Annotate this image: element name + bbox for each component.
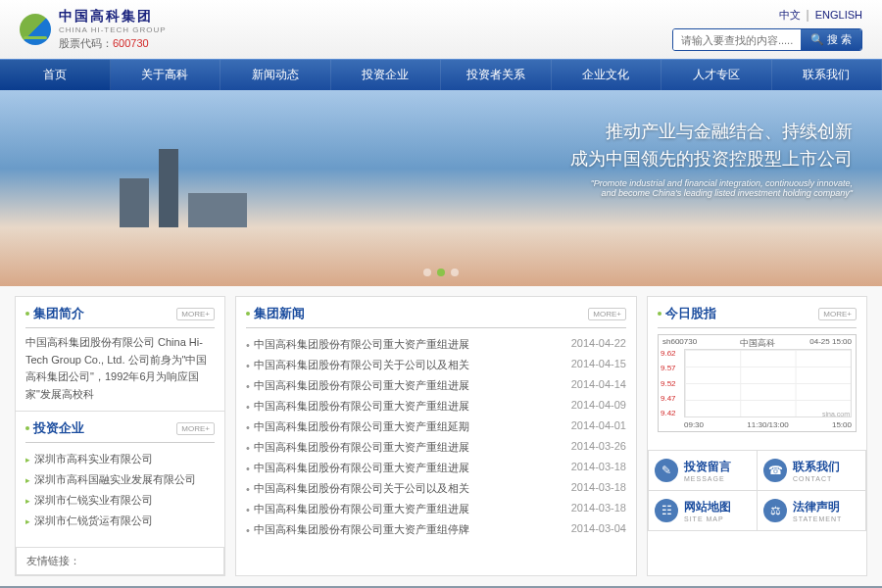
language-links: 中文|ENGLISH bbox=[779, 8, 862, 23]
intro-text: 中国高科集团股份有限公司 China Hi-Tech Group Co., Lt… bbox=[25, 334, 215, 403]
intro-section: 集团简介 MORE+ 中国高科集团股份有限公司 China Hi-Tech Gr… bbox=[16, 297, 224, 411]
news-item-date: 2014-03-18 bbox=[571, 502, 626, 516]
chart-x-axis: 09:3011:30/13:0015:00 bbox=[684, 420, 852, 429]
chart-source: sina.com bbox=[822, 411, 850, 417]
news-item[interactable]: 中国高科集团股份有限公司重大资产重组进展2014-04-09 bbox=[246, 396, 626, 416]
logo-text-cn: 中国高科集团 bbox=[59, 8, 167, 25]
news-item-date: 2014-03-04 bbox=[571, 522, 626, 537]
quick-links: ✎投资留言MESSAGE☎联系我们CONTACT☷网站地图SITE MAP⚖法律… bbox=[648, 450, 866, 531]
stock-code: 股票代码：600730 bbox=[59, 36, 167, 51]
stock-section: 今日股指 MORE+ sh600730 中国高科 04-25 15:00 9.6… bbox=[648, 297, 866, 440]
news-item-date: 2014-03-18 bbox=[571, 481, 626, 496]
news-more-button[interactable]: MORE+ bbox=[588, 308, 626, 320]
news-item-title: 中国高科集团股份有限公司重大资产重组进展 bbox=[246, 502, 469, 516]
news-item[interactable]: 中国高科集团股份有限公司重大资产重组进展2014-03-26 bbox=[246, 437, 626, 458]
invest-item[interactable]: 深圳市仁锐实业有限公司 bbox=[25, 490, 215, 511]
banner-skyline-graphic bbox=[159, 149, 178, 227]
news-item-date: 2014-04-15 bbox=[571, 358, 626, 372]
quick-link-icon: ⚖ bbox=[763, 499, 787, 522]
logo-text-en: CHINA HI-TECH GROUP bbox=[59, 25, 167, 34]
top-bar: 中国高科集团 CHINA HI-TECH GROUP 股票代码：600730 中… bbox=[0, 0, 882, 59]
nav-talent[interactable]: 人才专区 bbox=[662, 60, 772, 90]
carousel-dot[interactable] bbox=[437, 269, 445, 276]
news-item-title: 中国高科集团股份有限公司重大资产重组进展 bbox=[246, 399, 469, 414]
nav-culture[interactable]: 企业文化 bbox=[552, 60, 662, 90]
nav-invest[interactable]: 投资企业 bbox=[331, 60, 442, 90]
banner-text: 推动产业与金融结合、持续创新 成为中国领先的投资控股型上市公司 "Promote… bbox=[570, 120, 853, 198]
intro-more-button[interactable]: MORE+ bbox=[176, 308, 215, 320]
hero-banner: 推动产业与金融结合、持续创新 成为中国领先的投资控股型上市公司 "Promote… bbox=[0, 90, 882, 286]
search-button[interactable]: 🔍搜 索 bbox=[801, 29, 861, 50]
quick-link-icon: ☷ bbox=[655, 499, 678, 522]
quick-link[interactable]: ⚖法律声明STATEMENT bbox=[758, 491, 865, 530]
news-item[interactable]: 中国高科集团股份有限公司重大资产重组停牌2014-03-04 bbox=[246, 519, 626, 540]
news-item-date: 2014-04-22 bbox=[571, 337, 626, 352]
news-title: 集团新闻 bbox=[246, 305, 305, 322]
invest-item[interactable]: 深圳市高科国融实业发展有限公司 bbox=[25, 469, 215, 490]
news-item-date: 2014-03-26 bbox=[571, 440, 626, 455]
news-item-date: 2014-04-14 bbox=[571, 378, 626, 393]
logo-icon bbox=[20, 14, 51, 45]
chart-code: sh600730 bbox=[662, 337, 697, 346]
quick-link[interactable]: ✎投资留言MESSAGE bbox=[649, 451, 757, 490]
invest-title: 投资企业 bbox=[25, 419, 84, 437]
news-item[interactable]: 中国高科集团股份有限公司重大资产重组进展2014-03-18 bbox=[246, 458, 626, 478]
stock-title: 今日股指 bbox=[658, 305, 716, 322]
nav-news[interactable]: 新闻动态 bbox=[220, 60, 331, 90]
news-item[interactable]: 中国高科集团股份有限公司关于公司以及相关2014-04-15 bbox=[246, 355, 626, 375]
carousel-dot[interactable] bbox=[451, 269, 459, 276]
news-item[interactable]: 中国高科集团股份有限公司重大资产重组进展2014-04-14 bbox=[246, 375, 626, 396]
news-item-title: 中国高科集团股份有限公司关于公司以及相关 bbox=[246, 481, 469, 496]
search-input[interactable] bbox=[673, 29, 801, 50]
carousel-dot[interactable] bbox=[423, 269, 431, 276]
lang-en-link[interactable]: ENGLISH bbox=[815, 9, 862, 21]
news-item-title: 中国高科集团股份有限公司重大资产重组进展 bbox=[246, 378, 469, 393]
invest-more-button[interactable]: MORE+ bbox=[176, 422, 215, 435]
carousel-dots bbox=[423, 269, 459, 276]
news-item-title: 中国高科集团股份有限公司重大资产重组进展 bbox=[246, 337, 469, 352]
news-item[interactable]: 中国高科集团股份有限公司关于公司以及相关2014-03-18 bbox=[246, 478, 626, 499]
nav-about[interactable]: 关于高科 bbox=[111, 60, 221, 90]
nav-investor-relations[interactable]: 投资者关系 bbox=[441, 60, 552, 90]
news-item-title: 中国高科集团股份有限公司重大资产重组进展 bbox=[246, 461, 469, 475]
news-item-date: 2014-04-01 bbox=[571, 419, 626, 434]
news-item-date: 2014-04-09 bbox=[571, 399, 626, 414]
news-item-title: 中国高科集团股份有限公司重大资产重组进展 bbox=[246, 440, 469, 455]
invest-item[interactable]: 深圳市仁锐货运有限公司 bbox=[25, 511, 215, 531]
chart-time: 04-25 15:00 bbox=[809, 337, 852, 346]
chart-grid bbox=[684, 349, 852, 417]
news-item[interactable]: 中国高科集团股份有限公司重大资产重组进展2014-03-18 bbox=[246, 499, 626, 519]
stock-chart: sh600730 中国高科 04-25 15:00 9.629.579.529.… bbox=[658, 334, 857, 432]
search-box: 🔍搜 索 bbox=[672, 28, 862, 51]
news-item-title: 中国高科集团股份有限公司重大资产重组延期 bbox=[246, 419, 469, 434]
news-item[interactable]: 中国高科集团股份有限公司重大资产重组进展2014-04-22 bbox=[246, 334, 626, 355]
news-section: 集团新闻 MORE+ 中国高科集团股份有限公司重大资产重组进展2014-04-2… bbox=[236, 297, 636, 548]
logo-area: 中国高科集团 CHINA HI-TECH GROUP 股票代码：600730 bbox=[20, 8, 167, 51]
invest-item[interactable]: 深圳市高科实业有限公司 bbox=[25, 449, 215, 469]
news-item-date: 2014-03-18 bbox=[571, 461, 626, 475]
search-icon: 🔍 bbox=[810, 33, 824, 46]
main-nav: 首页 关于高科 新闻动态 投资企业 投资者关系 企业文化 人才专区 联系我们 bbox=[0, 59, 882, 90]
quick-link-icon: ✎ bbox=[655, 459, 678, 482]
stock-more-button[interactable]: MORE+ bbox=[818, 308, 857, 320]
nav-contact[interactable]: 联系我们 bbox=[772, 60, 883, 90]
quick-link-icon: ☎ bbox=[763, 459, 787, 482]
news-item[interactable]: 中国高科集团股份有限公司重大资产重组延期2014-04-01 bbox=[246, 416, 626, 437]
news-item-title: 中国高科集团股份有限公司重大资产重组停牌 bbox=[246, 522, 469, 537]
news-item-title: 中国高科集团股份有限公司关于公司以及相关 bbox=[246, 358, 469, 372]
invest-section: 投资企业 MORE+ 深圳市高科实业有限公司 深圳市高科国融实业发展有限公司 深… bbox=[16, 411, 224, 539]
quick-link[interactable]: ☎联系我们CONTACT bbox=[758, 451, 865, 490]
quick-link[interactable]: ☷网站地图SITE MAP bbox=[649, 491, 757, 530]
lang-cn-link[interactable]: 中文 bbox=[779, 9, 801, 21]
nav-home[interactable]: 首页 bbox=[0, 60, 111, 90]
intro-title: 集团简介 bbox=[25, 305, 84, 322]
friend-links[interactable]: 友情链接： bbox=[16, 547, 224, 575]
chart-y-axis: 9.629.579.529.479.42 bbox=[661, 349, 676, 417]
